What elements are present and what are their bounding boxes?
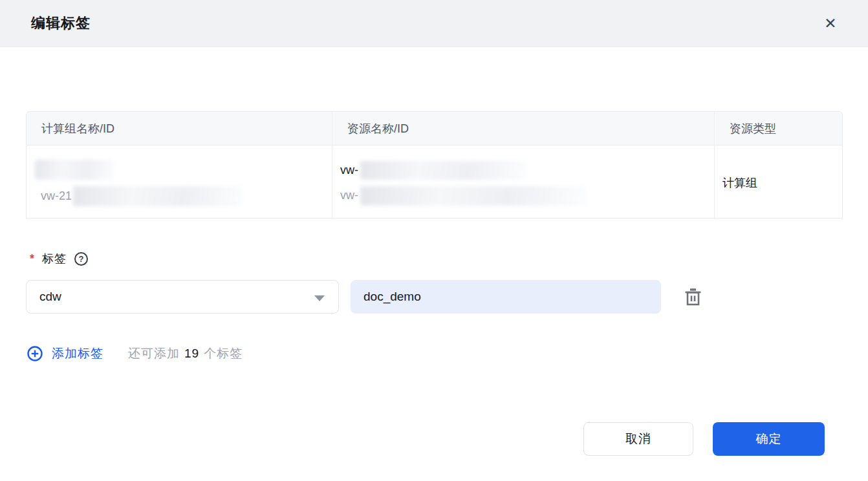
cell-resource-name-id: vw- vw- [332,145,714,218]
chevron-down-icon [314,295,325,301]
tag-key-selected-value: cdw [39,290,61,304]
resource-id: vw- [340,186,706,206]
resource-name-prefix: vw- [340,164,358,177]
dialog-title: 编辑标签 [31,14,91,33]
tag-form-label-row: * 标签 ? [30,251,88,266]
table-row: vw-21 vw- vw- 计算组 [27,145,842,218]
resource-name: vw- [340,161,706,180]
redaction-block [360,161,526,180]
cell-group-name-id: vw-21 [27,145,332,218]
resource-id-prefix: vw- [340,189,358,202]
group-id-prefix: vw-21 [41,189,72,203]
column-header-group-name-id: 计算组名称/ID [27,112,332,145]
column-header-resource-type: 资源类型 [714,112,842,145]
column-header-resource-name-id: 资源名称/ID [332,112,714,145]
redaction-block [360,186,586,206]
tag-value-input[interactable] [351,280,661,314]
remaining-prefix: 还可添加 [128,345,180,362]
remaining-suffix: 个标签 [204,345,243,362]
resource-type-value: 计算组 [722,175,834,191]
remaining-tags-hint: 还可添加 19 个标签 [128,345,243,362]
dialog-header: 编辑标签 [0,0,868,47]
trash-icon [685,288,701,306]
required-asterisk: * [30,252,34,266]
add-tag-row: 添加标签 还可添加 19 个标签 [27,345,243,362]
tag-key-select[interactable]: cdw [26,280,339,314]
cancel-button[interactable]: 取消 [583,422,693,456]
redaction-block [35,160,114,180]
help-icon[interactable]: ? [74,252,88,266]
tag-form-label: 标签 [42,251,67,266]
resource-table: 计算组名称/ID 资源名称/ID 资源类型 vw-21 vw- vw- 计算组 [26,111,843,219]
table-header-row: 计算组名称/ID 资源名称/ID 资源类型 [27,112,842,145]
add-tag-button[interactable]: 添加标签 [27,345,103,362]
close-icon[interactable]: ✕ [820,13,841,34]
tag-editor-row: cdw [26,280,701,314]
redaction-block [73,186,243,206]
add-tag-label: 添加标签 [52,345,103,362]
group-name-redacted [34,160,324,180]
confirm-button[interactable]: 确定 [713,422,825,456]
plus-circle-icon [27,346,43,361]
group-id: vw-21 [41,186,324,206]
remaining-count: 19 [184,347,199,361]
dialog-footer: 取消 确定 [0,422,868,456]
cell-resource-type: 计算组 [714,145,842,218]
delete-tag-button[interactable] [684,288,701,306]
